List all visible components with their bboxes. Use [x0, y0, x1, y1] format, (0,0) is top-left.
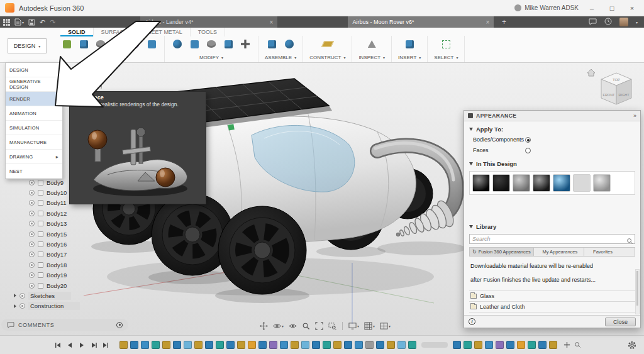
timeline-feature-icon[interactable]	[517, 341, 525, 349]
library-folder[interactable]: Glass	[469, 291, 635, 302]
ribbon-tab[interactable]: SOLID	[60, 28, 94, 36]
inspect-menu-button[interactable]: INSPECT▾	[358, 55, 385, 61]
view-cube[interactable]: TOP FRONT RIGHT	[585, 65, 634, 109]
timeline-feature-icon[interactable]	[397, 341, 406, 349]
fit-view-icon[interactable]	[313, 320, 325, 331]
visibility-eye-icon[interactable]	[29, 252, 35, 257]
timeline-feature-icon[interactable]	[162, 341, 170, 349]
in-this-design-section-header[interactable]: In This Design	[464, 156, 640, 169]
radio-icon[interactable]	[525, 148, 531, 153]
timeline-feature-icon[interactable]	[226, 341, 235, 349]
document-tab[interactable]: Airbus - Moon Rover v6* ×	[348, 16, 494, 28]
ribbon-tab[interactable]: TOOLS	[191, 28, 225, 36]
go-to-start-icon[interactable]	[54, 341, 62, 349]
library-section-header[interactable]: Library	[464, 219, 640, 232]
workspace-menu-item[interactable]: MANUFACTURE ▸	[6, 135, 62, 150]
visibility-eye-icon[interactable]	[29, 200, 35, 206]
comment-marker-icon[interactable]	[116, 322, 123, 328]
browser-body-row[interactable]: Body10	[29, 187, 67, 197]
timeline-feature-icon[interactable]	[538, 341, 547, 349]
workspace-menu-item[interactable]: NEST ▸	[6, 164, 62, 179]
glossy-blue-appearance[interactable]	[553, 174, 570, 192]
insert-menu-button[interactable]: INSERT▾	[398, 55, 421, 61]
apply-to-section-header[interactable]: Apply To:	[464, 121, 640, 135]
browser-body-row[interactable]: Body16	[29, 239, 67, 249]
apply-to-option[interactable]: Bodies/Components	[464, 135, 640, 145]
create-menu-button[interactable]: CREATE▾	[97, 55, 121, 61]
undo-icon[interactable]: ↶	[40, 19, 45, 26]
timeline-feature-icon[interactable]	[485, 341, 493, 349]
zoom-icon[interactable]	[300, 320, 312, 331]
timeline-feature-icon[interactable]	[387, 341, 395, 349]
swirl-metal-appearance[interactable]	[593, 174, 611, 192]
workspace-menu-item[interactable]: DESIGN ▸	[6, 63, 62, 77]
comments-icon[interactable]	[589, 16, 597, 28]
refresh-icon[interactable]: ↻	[472, 249, 477, 255]
save-icon[interactable]	[28, 19, 35, 26]
viewports-icon[interactable]: ▾	[378, 320, 392, 331]
visibility-eye-icon[interactable]	[19, 303, 25, 309]
grid-display-icon[interactable]: ▾	[362, 320, 377, 331]
timeline-feature-icon[interactable]	[453, 341, 461, 349]
timeline-feature-icon[interactable]	[152, 341, 160, 349]
browser-group-row[interactable]: Sketches	[14, 290, 80, 301]
job-status-clock-icon[interactable]	[604, 16, 612, 28]
timeline-feature-icon[interactable]	[549, 341, 557, 349]
close-window-button[interactable]: ×	[625, 4, 639, 12]
library-tab[interactable]: ↻ Fusion 360 Appearances	[470, 248, 534, 256]
workspace-switcher-button[interactable]: DESIGN ▾	[8, 38, 47, 53]
timeline-feature-icon[interactable]	[301, 341, 309, 349]
timeline-feature-icon[interactable]	[205, 341, 213, 349]
timeline-feature-icon[interactable]	[291, 341, 299, 349]
comments-bar[interactable]: COMMENTS	[1, 319, 128, 331]
visibility-eye-icon[interactable]	[29, 231, 35, 237]
timeline-feature-icon[interactable]	[506, 341, 514, 349]
viewcube-right-label[interactable]: RIGHT	[618, 93, 630, 97]
close-tab-icon[interactable]: ×	[486, 19, 490, 26]
timeline-zoom-icon[interactable]	[574, 341, 581, 348]
timeline-feature-icon[interactable]	[119, 341, 128, 349]
scrollbar[interactable]	[635, 269, 640, 314]
timeline-feature-icon[interactable]	[269, 341, 277, 349]
timeline-feature-icon[interactable]	[130, 341, 138, 349]
visibility-eye-icon[interactable]	[29, 221, 35, 226]
timeline-feature-icon[interactable]	[280, 341, 288, 349]
glossy-black-appearance[interactable]	[472, 174, 490, 192]
workspace-menu-item[interactable]: GENERATIVE DESIGN ▸	[6, 77, 62, 92]
chevron-down-icon[interactable]: ▾	[636, 20, 638, 25]
scrollbar-thumb[interactable]	[636, 271, 638, 306]
browser-body-row[interactable]: Body20	[29, 280, 67, 290]
browser-body-row[interactable]: Body17	[29, 250, 67, 260]
display-settings-icon[interactable]: ▾	[347, 320, 361, 331]
matte-black-appearance[interactable]	[492, 174, 510, 192]
timeline-feature-icon[interactable]	[237, 341, 245, 349]
expand-arrow-icon[interactable]	[14, 294, 16, 297]
search-box[interactable]	[469, 234, 635, 244]
home-icon[interactable]	[587, 69, 595, 76]
construct-menu-button[interactable]: CONSTRUCT▾	[309, 55, 345, 61]
zoom-window-icon[interactable]	[326, 320, 338, 331]
visibility-eye-icon[interactable]	[29, 272, 35, 278]
visibility-eye-icon[interactable]	[29, 180, 35, 185]
timeline-feature-icon[interactable]	[496, 341, 504, 349]
browser-body-row[interactable]: Body15	[29, 229, 67, 239]
play-icon[interactable]	[78, 341, 86, 349]
timeline-feature-icon[interactable]	[464, 341, 472, 349]
panel-grip-icon[interactable]	[468, 113, 473, 118]
timeline-feature-icon[interactable]	[344, 341, 352, 349]
user-avatar[interactable]	[619, 18, 628, 26]
timeline-feature-icon[interactable]	[216, 341, 224, 349]
appearance-header[interactable]: APPEARANCE »	[464, 111, 640, 121]
browser-body-row[interactable]: Body19	[29, 270, 67, 280]
workspace-menu-item[interactable]: ANIMATION ▸	[6, 106, 62, 121]
workspace-menu-item[interactable]: DRAWING ▸	[6, 150, 62, 164]
new-tab-button[interactable]: +	[498, 18, 509, 26]
pan-icon[interactable]	[258, 320, 270, 331]
orbit-icon[interactable]: ▾	[271, 320, 286, 331]
go-to-end-icon[interactable]	[102, 341, 109, 349]
timeline-feature-icon[interactable]	[474, 341, 482, 349]
timeline-feature-icon[interactable]	[408, 341, 416, 349]
timeline-feature-icon[interactable]	[312, 341, 320, 349]
info-icon[interactable]: i	[469, 318, 475, 325]
visibility-eye-icon[interactable]	[101, 77, 102, 89]
